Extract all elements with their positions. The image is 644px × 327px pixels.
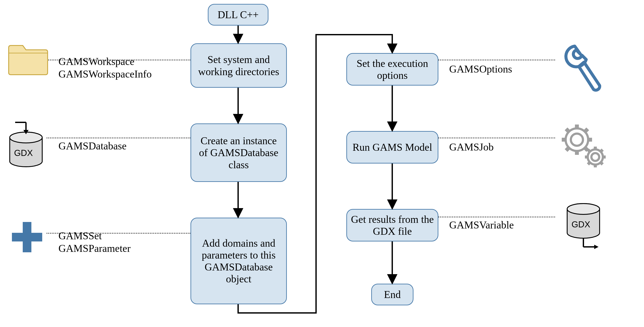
node-set-options-text: Set the execution options: [351, 57, 434, 81]
node-add-domains-text: Add domains and parameters to this GAMSD…: [195, 237, 282, 285]
node-get-results-text: Get results from the GDX file: [351, 213, 434, 237]
label-job-text: GAMSJob: [449, 141, 494, 153]
dotted-line-job: [438, 138, 555, 138]
node-end-text: End: [384, 288, 401, 300]
svg-marker-31: [594, 245, 598, 249]
label-set: GAMSSet GAMSParameter: [58, 229, 130, 254]
node-run-model-text: Run GAMS Model: [352, 141, 432, 153]
node-set-directories: Set system and working directories: [190, 43, 287, 88]
node-set-options: Set the execution options: [346, 53, 438, 86]
node-add-domains: Add domains and parameters to this GAMSD…: [190, 218, 287, 304]
label-database-text: GAMSDatabase: [58, 140, 127, 152]
gdx-database-input-icon: GDX: [6, 120, 46, 168]
svg-line-25: [588, 162, 590, 164]
svg-point-7: [571, 134, 583, 146]
svg-line-13: [566, 129, 569, 132]
label-set-line1: GAMSSet: [58, 229, 130, 242]
label-options-text: GAMSOptions: [449, 63, 512, 75]
node-dll-text: DLL C++: [218, 9, 259, 21]
svg-line-26: [600, 162, 603, 164]
svg-line-16: [585, 147, 588, 151]
label-workspace-line1: GAMSWorkspace: [58, 55, 152, 68]
label-workspace: GAMSWorkspace GAMSWorkspaceInfo: [58, 55, 152, 80]
svg-line-14: [585, 129, 588, 132]
svg-line-15: [566, 147, 569, 151]
label-database: GAMSDatabase: [58, 140, 127, 152]
node-create-database-text: Create an instance of GAMSDatabase class: [195, 135, 282, 171]
node-get-results: Get results from the GDX file: [346, 209, 438, 241]
flowchart-connectors: [0, 0, 644, 327]
svg-point-28: [567, 204, 600, 214]
label-options: GAMSOptions: [449, 63, 512, 75]
node-dll: DLL C++: [208, 4, 268, 26]
label-job: GAMSJob: [449, 141, 494, 153]
svg-line-23: [588, 150, 590, 152]
gdx-database-output-icon: GDX: [564, 201, 603, 251]
dotted-line-variable: [438, 217, 555, 217]
label-set-line2: GAMSParameter: [58, 242, 130, 255]
node-set-directories-text: Set system and working directories: [195, 54, 282, 77]
plus-icon: [11, 221, 43, 253]
gdx-out-text: GDX: [572, 220, 590, 229]
label-workspace-line2: GAMSWorkspaceInfo: [58, 68, 152, 80]
label-variable: GAMSVariable: [449, 219, 514, 231]
dotted-line-options: [438, 60, 555, 60]
svg-line-24: [600, 150, 603, 152]
folder-icon: [8, 42, 49, 76]
node-create-database: Create an instance of GAMSDatabase class: [190, 123, 287, 182]
dotted-line-database: [46, 138, 190, 138]
wrench-icon: [563, 42, 604, 93]
label-variable-text: GAMSVariable: [449, 219, 514, 231]
gdx-in-text: GDX: [14, 148, 33, 158]
gears-icon: [560, 121, 607, 168]
node-end: End: [371, 284, 414, 305]
node-run-model: Run GAMS Model: [346, 131, 438, 164]
svg-rect-6: [12, 233, 42, 241]
svg-point-17: [592, 153, 599, 161]
